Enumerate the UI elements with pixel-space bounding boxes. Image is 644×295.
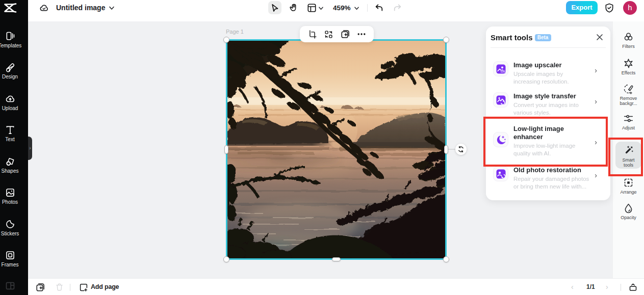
svg-text:4K: 4K — [500, 69, 506, 74]
